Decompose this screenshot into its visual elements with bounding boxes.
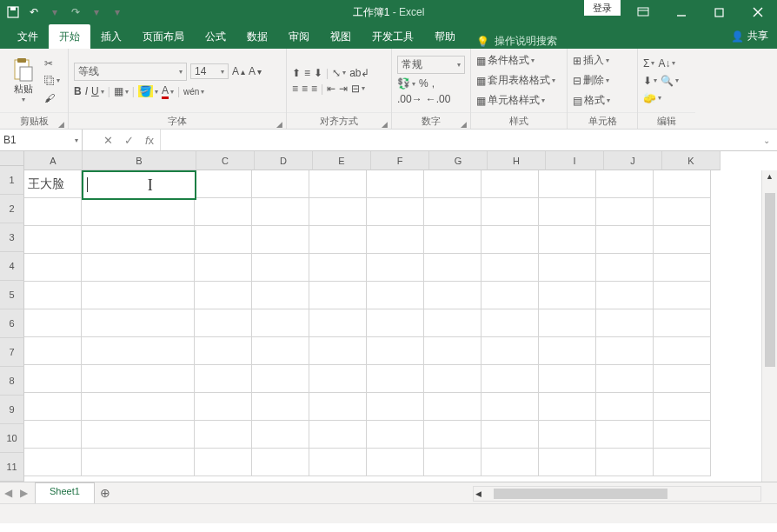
hscroll-thumb[interactable] <box>494 489 667 499</box>
row-header[interactable]: 10 <box>0 424 24 453</box>
name-box[interactable]: B1▾ <box>0 130 83 150</box>
cell[interactable] <box>82 309 195 337</box>
cell[interactable] <box>654 309 711 337</box>
bold-button[interactable]: B <box>74 85 82 97</box>
conditional-formatting-button[interactable]: ▦ 条件格式 ▾ <box>476 53 561 68</box>
cell[interactable] <box>195 282 252 309</box>
cell[interactable] <box>539 226 596 254</box>
align-middle-button[interactable]: ≡ <box>304 67 310 79</box>
paste-dropdown[interactable]: ▾ <box>22 96 25 103</box>
column-header[interactable]: H <box>488 151 546 170</box>
column-header[interactable]: E <box>313 151 371 170</box>
formula-bar[interactable] <box>160 130 756 150</box>
column-header[interactable]: J <box>604 151 662 170</box>
vscroll-thumb[interactable] <box>765 193 775 367</box>
tab-help[interactable]: 帮助 <box>424 24 466 49</box>
cell[interactable] <box>82 282 195 309</box>
accounting-button[interactable]: 💱▾ <box>397 77 415 90</box>
row-header[interactable]: 4 <box>0 252 24 281</box>
format-painter-button[interactable]: 🖌 <box>44 92 60 104</box>
undo-icon[interactable]: ↶ <box>26 4 42 20</box>
cell[interactable] <box>596 282 654 309</box>
cell[interactable] <box>309 337 367 365</box>
cell[interactable] <box>596 365 654 393</box>
cell[interactable] <box>82 337 195 365</box>
cell-styles-button[interactable]: ▦ 单元格样式 ▾ <box>476 93 561 108</box>
cell[interactable] <box>367 393 424 421</box>
cell[interactable] <box>424 309 481 337</box>
cell[interactable] <box>24 393 82 421</box>
cell[interactable] <box>195 421 252 449</box>
cell[interactable] <box>481 309 539 337</box>
insert-cells-button[interactable]: ⊞ 插入 ▾ <box>573 53 632 68</box>
row-header[interactable]: 3 <box>0 223 24 252</box>
new-sheet-button[interactable]: ⊕ <box>95 486 116 500</box>
undo-dropdown[interactable]: ▾ <box>47 4 63 20</box>
font-size-combo[interactable]: 14▾ <box>190 63 229 79</box>
tab-home[interactable]: 开始 <box>49 24 90 49</box>
cell[interactable] <box>82 170 195 198</box>
cell[interactable] <box>654 170 711 198</box>
cell[interactable] <box>424 282 481 309</box>
increase-decimal-button[interactable]: .00→ <box>397 93 422 105</box>
cell[interactable] <box>24 226 82 254</box>
cell[interactable] <box>252 170 309 198</box>
row-header[interactable]: 7 <box>0 338 24 367</box>
cell[interactable] <box>654 254 711 282</box>
cell[interactable] <box>539 421 596 449</box>
name-box-dropdown[interactable]: ▾ <box>75 136 78 144</box>
cell[interactable] <box>654 449 711 476</box>
cell[interactable] <box>309 393 367 421</box>
cell[interactable] <box>481 254 539 282</box>
cell[interactable] <box>195 170 252 198</box>
tell-me[interactable]: 💡 操作说明搜索 <box>466 34 568 49</box>
cell[interactable] <box>539 198 596 226</box>
phonetic-button[interactable]: wén▾ <box>183 87 204 96</box>
cell[interactable] <box>481 393 539 421</box>
save-icon[interactable] <box>5 4 21 20</box>
wrap-text-button[interactable]: ab↲ <box>349 67 369 79</box>
cell[interactable] <box>195 337 252 365</box>
number-launcher[interactable]: ◢ <box>459 116 468 125</box>
autosum-button[interactable]: Σ▾ <box>643 57 654 70</box>
find-select-button[interactable]: 🔍▾ <box>661 75 679 87</box>
alignment-launcher[interactable]: ◢ <box>380 116 388 125</box>
cell[interactable] <box>539 365 596 393</box>
align-left-button[interactable]: ≡ <box>292 83 298 95</box>
cell[interactable] <box>252 393 309 421</box>
tab-data[interactable]: 数据 <box>236 24 278 49</box>
cell[interactable] <box>367 449 424 476</box>
cell[interactable] <box>195 393 252 421</box>
cell[interactable] <box>82 226 195 254</box>
fill-button[interactable]: ⬇▾ <box>643 75 657 87</box>
cell[interactable] <box>309 226 367 254</box>
decrease-decimal-button[interactable]: ←.00 <box>426 93 451 105</box>
cell[interactable] <box>654 198 711 226</box>
cell[interactable] <box>424 226 481 254</box>
row-header[interactable]: 9 <box>0 396 24 424</box>
cell[interactable] <box>195 309 252 337</box>
tab-layout[interactable]: 页面布局 <box>132 24 195 49</box>
cell[interactable] <box>424 170 481 198</box>
paste-button[interactable]: 粘贴 ▾ <box>8 57 39 105</box>
sheet-nav-prev[interactable]: ◀ <box>0 487 16 499</box>
underline-button[interactable]: U▾ <box>91 85 104 97</box>
cell[interactable] <box>195 226 252 254</box>
tab-view[interactable]: 视图 <box>320 24 362 49</box>
format-as-table-button[interactable]: ▦ 套用表格格式 ▾ <box>476 73 561 88</box>
sheet-nav-next[interactable]: ▶ <box>16 487 31 499</box>
cell[interactable] <box>424 365 481 393</box>
cell[interactable] <box>424 254 481 282</box>
format-cells-button[interactable]: ▤ 格式 ▾ <box>573 93 632 108</box>
column-header[interactable]: G <box>429 151 488 170</box>
cell[interactable] <box>654 365 711 393</box>
row-header[interactable]: 1 <box>0 166 24 195</box>
cancel-edit-button[interactable]: ✕ <box>97 130 118 150</box>
cell[interactable] <box>24 309 82 337</box>
italic-button[interactable]: I <box>85 85 88 97</box>
font-launcher[interactable]: ◢ <box>275 116 283 125</box>
select-all-button[interactable] <box>0 151 24 166</box>
cell[interactable] <box>252 421 309 449</box>
align-top-button[interactable]: ⬆ <box>292 67 301 79</box>
cell[interactable] <box>596 421 654 449</box>
